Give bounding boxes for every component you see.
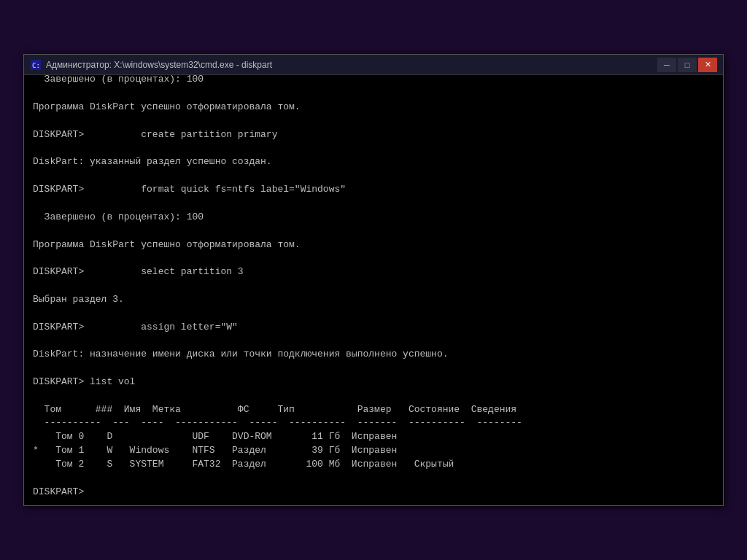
terminal-line: DISKPART> format quick fs=ntfs label="Wi… (33, 183, 714, 197)
terminal-line (33, 87, 714, 101)
terminal-line: DISKPART> assign letter="W" (33, 321, 714, 335)
titlebar-buttons: ─ □ ✕ (657, 58, 717, 72)
terminal-prompt: DISKPART> (33, 486, 714, 499)
terminal-line (33, 279, 714, 293)
terminal-line (33, 389, 714, 403)
cmd-window: C: Администратор: X:\windows\system32\cm… (23, 54, 724, 506)
terminal-line (33, 197, 714, 211)
terminal-line: DiskPart: назначение имени диска или точ… (33, 348, 714, 362)
terminal-line (33, 362, 714, 376)
window-title: Администратор: X:\windows\system32\cmd.e… (46, 60, 657, 70)
terminal-line: DiskPart: указанный раздел успешно созда… (33, 155, 714, 169)
terminal-line: Завершено (в процентах): 100 (33, 75, 714, 87)
terminal-line (33, 307, 714, 321)
close-button[interactable]: ✕ (698, 58, 717, 72)
terminal-line: Выбран раздел 3. (33, 293, 714, 307)
terminal-line: DISKPART> select partition 3 (33, 265, 714, 279)
titlebar: C: Администратор: X:\windows\system32\cm… (24, 55, 723, 75)
terminal-line (33, 114, 714, 128)
terminal-output[interactable]: DiskPart: указанный раздел успешно созда… (24, 75, 723, 505)
minimize-button[interactable]: ─ (657, 58, 676, 72)
terminal-line (33, 169, 714, 183)
terminal-line: DISKPART> list vol (33, 376, 714, 389)
table-header: Том ### Имя Метка ФС Тип Размер Состояни… (33, 403, 714, 417)
terminal-line: Программа DiskPart успешно отформатирова… (33, 238, 714, 252)
table-separator: ---------- --- ---- ----------- ----- --… (33, 416, 714, 430)
terminal-line (33, 334, 714, 348)
terminal-line (33, 142, 714, 156)
svg-text:C:: C: (32, 62, 40, 69)
table-row: Том 0 D UDF DVD-ROM 11 Гб Исправен (33, 430, 714, 444)
restore-button[interactable]: □ (678, 58, 697, 72)
terminal-line: Завершено (в процентах): 100 (33, 211, 714, 225)
terminal-line (33, 472, 714, 486)
terminal-line (33, 252, 714, 265)
terminal-line: Программа DiskPart успешно отформатирова… (33, 101, 714, 114)
table-row: * Том 1 W Windows NTFS Раздел 39 Гб Испр… (33, 444, 714, 458)
terminal-line (33, 225, 714, 238)
table-row: Том 2 S SYSTEM FAT32 Раздел 100 Мб Испра… (33, 458, 714, 472)
cmd-icon: C: (30, 59, 42, 71)
terminal-line: DISKPART> create partition primary (33, 128, 714, 142)
